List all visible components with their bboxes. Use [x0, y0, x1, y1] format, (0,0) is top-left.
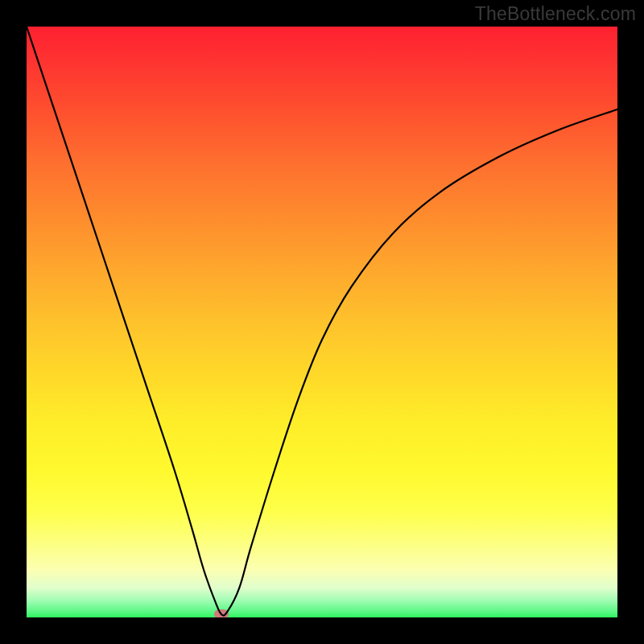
chart-frame: TheBottleneck.com — [0, 0, 644, 644]
watermark-text: TheBottleneck.com — [475, 3, 636, 25]
plot-area — [27, 27, 617, 617]
bottleneck-curve — [27, 27, 617, 617]
